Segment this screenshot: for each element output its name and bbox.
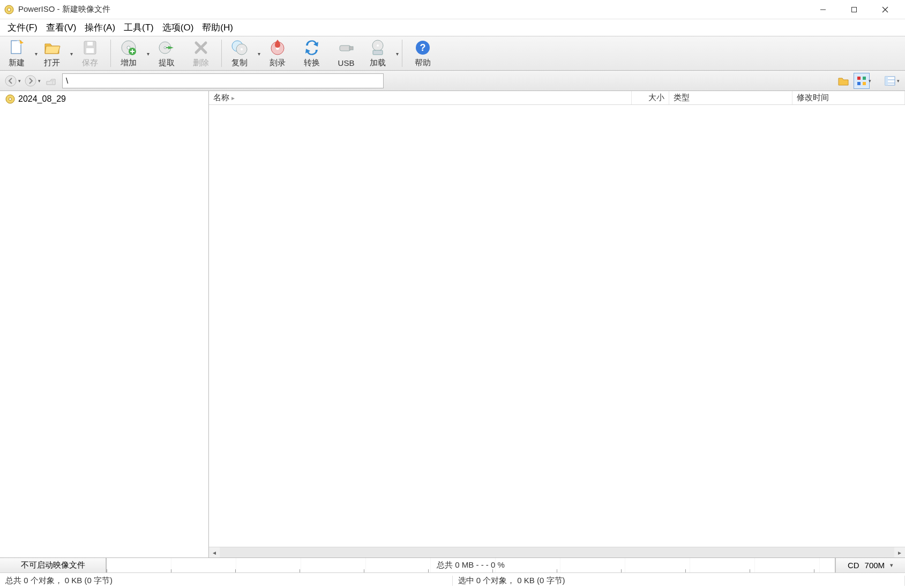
add-disc-icon <box>119 39 138 57</box>
nav-back-button[interactable] <box>3 73 18 88</box>
boot-type-button[interactable]: 不可启动映像文件 <box>0 558 106 572</box>
svg-point-1 <box>8 8 11 11</box>
list-header: 名称 ▸ 大小 类型 修改时间 <box>209 91 905 105</box>
menu-file[interactable]: 文件(F) <box>3 20 42 35</box>
chevron-down-icon[interactable]: ▾ <box>38 78 41 84</box>
folder-tree[interactable]: 2024_08_29 <box>0 91 209 557</box>
new-button[interactable]: 新建 ▾ <box>2 37 38 69</box>
chevron-down-icon[interactable]: ▾ <box>869 78 871 84</box>
nav-up-button[interactable] <box>43 73 58 88</box>
statusbar: 总共 0 个对象， 0 KB (0 字节) 选中 0 个对象， 0 KB (0 … <box>0 573 905 588</box>
column-name[interactable]: 名称 ▸ <box>209 91 632 104</box>
svg-rect-35 <box>857 77 861 80</box>
svg-rect-11 <box>87 42 93 46</box>
capacity-text: 总共 0 MB - - - 0 % <box>433 560 508 570</box>
svg-point-44 <box>9 98 12 101</box>
extract-button[interactable]: 提取 <box>149 37 184 69</box>
menu-help[interactable]: 帮助(H) <box>198 20 237 35</box>
chevron-down-icon[interactable]: ▾ <box>396 50 399 56</box>
burn-button[interactable]: 刻录 <box>260 37 295 69</box>
svg-rect-27 <box>349 47 353 50</box>
window-title: PowerISO - 新建映像文件 <box>18 4 110 14</box>
svg-rect-38 <box>863 82 866 85</box>
view-folder-button[interactable] <box>835 73 851 89</box>
sort-indicator-icon: ▸ <box>231 94 235 102</box>
svg-rect-36 <box>863 77 866 80</box>
view-icons-button[interactable] <box>854 73 870 89</box>
mount-button[interactable]: 加载 ▾ <box>363 37 399 69</box>
disc-icon <box>5 94 15 104</box>
scroll-track[interactable] <box>220 547 894 557</box>
app-icon <box>4 5 14 14</box>
svg-point-23 <box>241 48 243 50</box>
svg-rect-37 <box>857 82 861 85</box>
copy-disc-icon <box>230 39 249 57</box>
convert-button[interactable]: 转换 <box>295 37 329 69</box>
minimize-button[interactable] <box>807 0 839 19</box>
delete-icon <box>192 39 210 57</box>
menu-options[interactable]: 选项(O) <box>158 20 198 35</box>
capacity-meter: 总共 0 MB - - - 0 % <box>106 558 835 572</box>
chevron-down-icon[interactable]: ▾ <box>897 78 900 84</box>
status-selected: 选中 0 个对象， 0 KB (0 字节) <box>453 576 906 586</box>
list-body[interactable] <box>209 105 905 547</box>
menu-action[interactable]: 操作(A) <box>80 20 119 35</box>
svg-point-18 <box>164 47 166 49</box>
maximize-button[interactable] <box>839 0 870 19</box>
menu-tools[interactable]: 工具(T) <box>119 20 158 35</box>
extract-icon <box>158 39 176 57</box>
media-type: CD <box>848 561 859 570</box>
help-button[interactable]: ? 帮助 <box>406 37 440 69</box>
open-button[interactable]: 打开 ▾ <box>38 37 73 69</box>
svg-point-34 <box>25 76 36 86</box>
status-total: 总共 0 个对象， 0 KB (0 字节) <box>0 576 453 586</box>
usb-icon <box>337 39 355 57</box>
chevron-down-icon[interactable]: ▾ <box>18 78 21 84</box>
view-list-button[interactable] <box>882 73 898 89</box>
delete-button[interactable]: 删除 <box>184 37 218 69</box>
svg-point-33 <box>5 76 16 86</box>
file-list: 名称 ▸ 大小 类型 修改时间 ◂ ▸ <box>209 91 905 557</box>
titlebar: PowerISO - 新建映像文件 <box>0 0 905 19</box>
add-button[interactable]: 增加 ▾ <box>114 37 149 69</box>
column-modified[interactable]: 修改时间 <box>792 91 905 104</box>
svg-rect-26 <box>340 46 350 51</box>
column-size[interactable]: 大小 <box>632 91 669 104</box>
save-icon <box>81 39 99 57</box>
copy-button[interactable]: 复制 ▾ <box>225 37 260 69</box>
media-size-selector[interactable]: CD 700M ▾ <box>835 558 905 572</box>
convert-icon <box>303 39 321 57</box>
main-toolbar: 新建 ▾ 打开 ▾ 保存 增加 ▾ 提取 <box>0 36 905 71</box>
usb-button[interactable]: USB <box>329 37 363 69</box>
svg-text:?: ? <box>420 42 426 53</box>
scroll-right-icon[interactable]: ▸ <box>894 547 905 557</box>
svg-rect-42 <box>885 77 888 85</box>
path-input[interactable] <box>62 73 384 88</box>
tree-root-item[interactable]: 2024_08_29 <box>3 93 205 105</box>
close-button[interactable] <box>870 0 901 19</box>
new-file-icon <box>8 39 26 57</box>
svg-rect-30 <box>373 50 383 55</box>
chevron-down-icon: ▾ <box>890 562 893 569</box>
horizontal-scrollbar[interactable]: ◂ ▸ <box>209 547 905 557</box>
open-folder-icon <box>43 39 61 57</box>
menu-view[interactable]: 查看(V) <box>42 20 81 35</box>
save-button[interactable]: 保存 <box>73 37 107 69</box>
menubar: 文件(F) 查看(V) 操作(A) 工具(T) 选项(O) 帮助(H) <box>0 19 905 36</box>
svg-rect-3 <box>852 7 857 12</box>
svg-point-29 <box>377 44 379 47</box>
media-size: 700M <box>865 561 885 570</box>
mount-icon <box>369 39 387 57</box>
column-type[interactable]: 类型 <box>669 91 792 104</box>
navigation-bar: ▾ ▾ ▾ ▾ <box>0 71 905 91</box>
help-icon: ? <box>414 39 432 57</box>
tree-root-label: 2024_08_29 <box>18 94 66 104</box>
svg-rect-10 <box>86 48 94 53</box>
burn-icon <box>268 39 287 57</box>
nav-forward-button[interactable] <box>23 73 38 88</box>
scroll-left-icon[interactable]: ◂ <box>209 547 220 557</box>
